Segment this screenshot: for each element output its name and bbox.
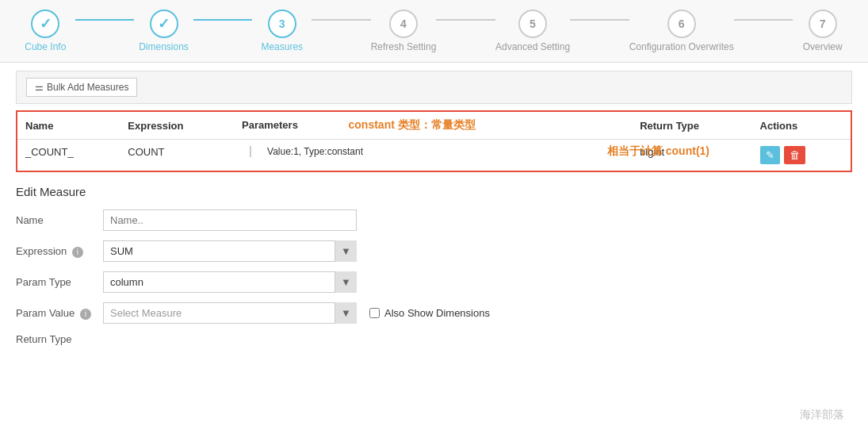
step-num-7: 7 [820,17,826,30]
also-show-dimensions-row: Also Show Dimensions [369,307,490,319]
step-label-1: Cube Info [25,41,66,52]
bulk-add-label: Bulk Add Measures [47,82,128,93]
wizard-step-1[interactable]: ✓ Cube Info [16,10,75,52]
measures-table: Name Expression Parameters constant 类型：常… [16,110,852,172]
also-show-dimensions-label: Also Show Dimensions [384,307,490,319]
col-header-parameters: Parameters constant 类型：常量类型 [234,111,632,140]
checkmark-2: ✓ [158,15,170,33]
measures-table-wrapper: Name Expression Parameters constant 类型：常… [16,110,852,172]
step-circle-6: 6 [667,10,696,38]
name-label: Name [16,214,103,226]
param-type-label: Param Type [16,276,103,288]
step-label-6: Configuration Overwrites [629,41,734,52]
connector-5-6 [570,19,629,21]
row-return-type: bigint 相当于计算 count(1) [632,140,751,172]
step-num-6: 6 [679,17,685,30]
edit-button[interactable]: ✎ [760,146,780,164]
checkmark-1: ✓ [40,15,52,33]
wizard-step-5[interactable]: 5 Advanced Setting [495,10,570,52]
bulk-add-bar: ⚌ Bulk Add Measures [16,71,852,104]
step-circle-7: 7 [809,10,837,38]
param-value-select[interactable]: Select Measure [103,302,357,324]
connector-4-5 [436,19,495,21]
expression-row: Expression i SUM COUNT MIN MAX AVG ▼ [16,240,852,262]
connector-1-2 [75,19,135,21]
step-num-4: 4 [400,17,407,30]
param-value-row: Param Value i Select Measure ▼ Also Show… [16,302,852,324]
param-type-select-wrapper: column constant ▼ [103,271,357,293]
step-circle-5: 5 [518,10,547,38]
param-type-row: Param Type column constant ▼ [16,271,852,293]
step-circle-3: 3 [268,10,296,38]
col-header-return-type: Return Type [632,111,751,140]
bulk-add-button[interactable]: ⚌ Bulk Add Measures [26,78,137,97]
step-label-5: Advanced Setting [495,41,570,52]
step-label-3: Measures [261,41,303,52]
step-label-7: Overview [803,41,843,52]
param-detail: Value:1, Type:constant [250,146,624,157]
edit-measure-form: Edit Measure Name Expression i SUM COUNT… [16,185,852,345]
wizard-step-4[interactable]: 4 Refresh Setting [371,10,437,52]
row-name: _COUNT_ [17,140,120,172]
connector-2-3 [193,19,253,21]
expression-select[interactable]: SUM COUNT MIN MAX AVG [103,240,357,262]
name-row: Name [16,209,852,231]
delete-button[interactable]: 🗑 [784,146,805,164]
param-type-select[interactable]: column constant [103,271,357,293]
wizard-step-7[interactable]: 7 Overview [793,10,852,52]
wizard-bar: ✓ Cube Info ✓ Dimensions 3 Measures 4 Re… [0,0,868,63]
col-header-actions: Actions [752,111,851,140]
connector-3-4 [312,19,371,21]
table-header-row: Name Expression Parameters constant 类型：常… [17,111,851,140]
right-annotation: 相当于计算 count(1) [607,144,725,159]
step-label-4: Refresh Setting [371,41,437,52]
return-type-label: Return Type [16,333,103,345]
wizard-step-2[interactable]: ✓ Dimensions [134,10,193,52]
param-annotation: constant 类型：常量类型 [349,118,476,131]
step-num-5: 5 [530,17,536,30]
expression-select-wrapper: SUM COUNT MIN MAX AVG ▼ [103,240,357,262]
edit-measure-title: Edit Measure [16,185,852,198]
row-expression: COUNT [120,140,234,172]
step-label-2: Dimensions [139,41,189,52]
table-icon: ⚌ [35,82,44,93]
row-parameters: Value:1, Type:constant [234,140,632,172]
param-value-select-wrapper: Select Measure ▼ [103,302,357,324]
also-show-dimensions-checkbox[interactable] [369,308,380,318]
expression-info-icon[interactable]: i [72,247,83,258]
main-content: ⚌ Bulk Add Measures Name Expression Para… [0,63,868,363]
expression-label: Expression i [16,245,103,258]
name-input[interactable] [103,209,357,231]
param-value-info-icon[interactable]: i [80,309,91,320]
wizard-step-6[interactable]: 6 Configuration Overwrites [629,10,734,52]
wizard-step-3[interactable]: 3 Measures [252,10,312,52]
col-header-name: Name [17,111,120,140]
col-header-expression: Expression [120,111,234,140]
step-circle-2: ✓ [150,10,178,38]
step-circle-4: 4 [389,10,418,38]
step-circle-1: ✓ [31,10,59,38]
param-value-label: Param Value i [16,307,103,320]
table-row: _COUNT_ COUNT Value:1, Type:constant big… [17,140,851,172]
return-type-row: Return Type [16,333,852,345]
step-num-3: 3 [279,17,285,30]
connector-6-7 [734,19,793,21]
row-actions: ✎ 🗑 [752,140,851,172]
